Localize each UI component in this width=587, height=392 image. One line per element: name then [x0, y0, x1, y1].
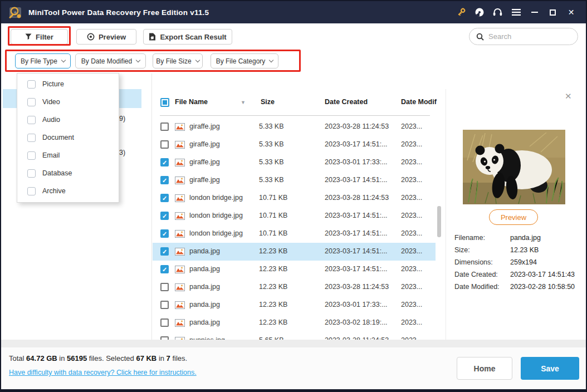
chevron-down-icon [269, 58, 273, 62]
sidebar-divider [151, 74, 152, 340]
table-row[interactable]: giraffe.jpg5.33 KB2023-03-28 11:24:53202… [153, 118, 436, 136]
menu-item-email[interactable]: Email [17, 146, 119, 164]
row-checkbox[interactable] [160, 318, 169, 327]
file-table-header: File Name ▼ Size Date Created Date Modif [153, 95, 436, 114]
detail-value: 259x194 [510, 258, 537, 266]
detail-label: Date Created: [454, 271, 510, 278]
column-header-date-created[interactable]: Date Created [325, 98, 368, 106]
image-file-icon [175, 123, 185, 131]
content-footer-gap [1, 340, 586, 347]
checkbox-icon[interactable] [27, 169, 36, 178]
table-row[interactable]: ✓london bridge.jpg10.71 KB2023-03-28 11:… [153, 189, 436, 207]
row-checkbox[interactable]: ✓ [160, 194, 169, 202]
menu-item-video[interactable]: Video [17, 93, 119, 111]
detail-row: Date Modified:2023-02-28 10:58:50 [454, 283, 583, 291]
preview-close-icon[interactable]: ✕ [565, 91, 572, 101]
search-input[interactable] [488, 32, 566, 41]
table-row[interactable]: panda.jpg12.23 KB2023-03-02 18:19:...202… [153, 314, 436, 332]
row-checkbox[interactable]: ✓ [160, 229, 169, 238]
home-button[interactable]: Home [457, 357, 512, 380]
checkbox-icon[interactable] [27, 80, 36, 89]
checkbox-icon[interactable] [27, 151, 36, 160]
menu-icon[interactable] [507, 4, 525, 21]
menu-item-database[interactable]: Database [17, 164, 119, 182]
file-name-cell: panda.jpg [189, 247, 220, 255]
table-row[interactable]: ✓panda.jpg12.23 KB2023-03-17 14:51:...20… [153, 261, 436, 278]
filter-by-file-size-dropdown[interactable]: By File Size [153, 53, 203, 68]
row-checkbox[interactable]: ✓ [160, 265, 169, 273]
date-created-cell: 2023-03-28 11:24:53 [325, 122, 389, 130]
table-row[interactable]: ✓london bridge.jpg10.71 KB2023-03-17 14:… [153, 207, 436, 225]
column-header-size[interactable]: Size [261, 98, 275, 106]
maximize-icon[interactable] [544, 4, 562, 21]
select-all-checkbox[interactable] [160, 98, 169, 107]
file-size-cell: 12.23 KB [259, 265, 287, 273]
dropdown-label: By Date Modified [81, 57, 132, 65]
row-checkbox[interactable] [160, 301, 169, 309]
date-created-cell: 2023-03-17 14:51:... [325, 140, 388, 148]
key-icon[interactable] [452, 4, 470, 21]
vertical-scrollbar[interactable] [437, 206, 441, 237]
file-size-cell: 12.23 KB [259, 247, 287, 255]
row-checkbox[interactable] [160, 283, 169, 291]
checkbox-icon[interactable] [27, 187, 36, 195]
table-row[interactable]: panda.jpg12.23 KB2023-03-28 11:24:532023… [153, 278, 436, 296]
menu-item-document[interactable]: Document [17, 129, 119, 146]
sidebar-item-count-fragment: 3) [119, 149, 125, 156]
table-row[interactable]: ✓london bridge.jpg10.71 KB2023-03-17 14:… [153, 225, 436, 243]
app-window: MiniTool Power Data Recovery Free Editio… [0, 0, 587, 392]
row-checkbox[interactable]: ✓ [160, 176, 169, 184]
checkbox-icon[interactable] [27, 134, 36, 142]
filter-by-file-category-dropdown[interactable]: By File Category [211, 53, 278, 68]
table-row[interactable]: puppies.jpg5.65 KB2023-03-28 11:24:53202… [153, 332, 436, 340]
row-checkbox[interactable] [160, 122, 169, 131]
image-file-icon [175, 301, 185, 309]
date-created-cell: 2023-03-17 14:51:... [325, 265, 388, 273]
export-scan-result-button[interactable]: Export Scan Result [143, 29, 232, 45]
filter-button[interactable]: Filter [11, 29, 68, 45]
row-checkbox[interactable]: ✓ [160, 212, 169, 220]
date-modified-cell: 2023... [401, 194, 422, 202]
menu-item-picture[interactable]: Picture [17, 75, 119, 93]
date-modified-cell: 2023... [401, 212, 422, 219]
preview-pill-button[interactable]: Preview [489, 209, 538, 225]
menu-item-audio[interactable]: Audio [17, 111, 119, 129]
date-created-cell: 2023-03-17 14:51:... [325, 176, 388, 184]
checkbox-icon[interactable] [27, 98, 36, 106]
table-row[interactable]: ✓giraffe.jpg5.33 KB2023-03-01 17:33:...2… [153, 154, 436, 171]
menu-item-label: Picture [42, 80, 64, 88]
sort-caret-icon[interactable]: ▼ [241, 100, 246, 105]
preview-button[interactable]: Preview [76, 29, 136, 45]
file-name-cell: london bridge.jpg [189, 212, 243, 219]
checkbox-icon[interactable] [27, 116, 36, 124]
minimize-icon[interactable] [525, 4, 544, 21]
table-row[interactable]: panda.jpg12.23 KB2023-03-01 17:33:...202… [153, 296, 436, 314]
image-file-icon [175, 159, 185, 166]
table-row[interactable]: ✓panda.jpg12.23 KB2023-03-17 14:51:...20… [153, 243, 436, 261]
date-modified-cell: 2023... [401, 229, 422, 237]
row-checkbox[interactable] [160, 140, 169, 149]
save-button[interactable]: Save [521, 357, 579, 380]
table-row[interactable]: giraffe.jpg5.33 KB2023-03-17 14:51:...20… [153, 136, 436, 154]
file-type-menu: PictureVideoAudioDocumentEmailDatabaseAr… [17, 73, 119, 203]
filter-by-date-modified-dropdown[interactable]: By Date Modified [75, 53, 146, 68]
filter-by-file-type-dropdown[interactable]: By File Type [15, 53, 71, 68]
header-divider [160, 115, 430, 116]
help-link[interactable]: Have difficulty with data recovery? Clic… [9, 369, 197, 376]
image-file-icon [175, 319, 185, 327]
row-checkbox[interactable]: ✓ [160, 158, 169, 166]
date-created-cell: 2023-03-17 14:51:... [325, 229, 388, 237]
headset-icon[interactable] [488, 4, 507, 21]
image-file-icon [175, 230, 185, 238]
file-name-cell: giraffe.jpg [189, 158, 220, 166]
close-icon[interactable]: ✕ [562, 4, 580, 21]
column-header-file-name[interactable]: File Name [175, 98, 208, 106]
search-box[interactable] [469, 28, 578, 45]
detail-label: Filename: [454, 234, 510, 242]
file-details: Filename:panda.jpgSize:12.23 KBDimension… [454, 234, 583, 295]
table-row[interactable]: ✓giraffe.jpg5.33 KB2023-03-17 14:51:...2… [153, 171, 436, 189]
column-header-date-modified[interactable]: Date Modif [401, 98, 437, 106]
disc-icon[interactable] [470, 4, 488, 21]
row-checkbox[interactable]: ✓ [160, 247, 169, 256]
menu-item-archive[interactable]: Archive [17, 182, 119, 200]
